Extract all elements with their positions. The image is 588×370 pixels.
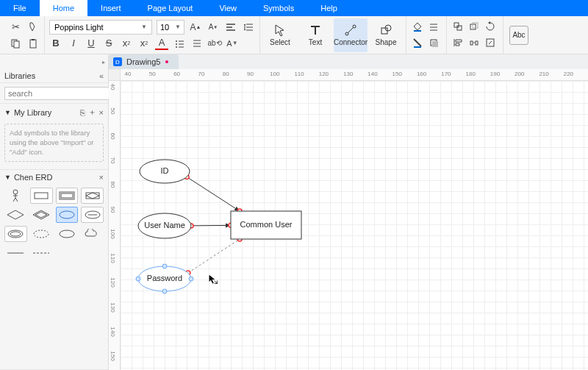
collapse-sidebar-icon[interactable]: « (99, 71, 104, 80)
document-tab-strip: ▸ D Drawing5 • (0, 54, 588, 69)
underline-icon[interactable]: U (85, 37, 98, 50)
stencil-key-attribute[interactable] (81, 207, 104, 223)
stencil-multi-attribute[interactable] (4, 226, 27, 242)
close-icon[interactable]: × (99, 108, 104, 117)
shadow-icon[interactable] (427, 36, 440, 49)
svg-rect-1 (14, 41, 19, 48)
line-color-icon[interactable] (411, 36, 424, 49)
bullets-icon[interactable] (173, 37, 186, 50)
tool-select[interactable]: Select (263, 18, 297, 52)
sidebar: Libraries « 🔍 ▼My Library ⎘ ＋ × Add symb… (0, 69, 109, 370)
italic-icon[interactable]: I (67, 37, 80, 50)
line-spacing-icon[interactable] (242, 21, 255, 34)
ruler-v-tick: 150 (110, 352, 116, 361)
stencil-weak-relationship[interactable] (30, 207, 53, 223)
menu-help[interactable]: Help (307, 0, 351, 16)
menu-symbols[interactable]: Symbols (250, 0, 307, 16)
stencil-cloud[interactable] (81, 226, 104, 242)
ruler-h-tick: 140 (368, 71, 377, 77)
group-icon[interactable] (451, 20, 465, 33)
stencil-relationship[interactable] (4, 207, 27, 223)
grow-font-icon[interactable]: A▲ (189, 21, 202, 34)
connector-password-commonuser[interactable] (188, 239, 240, 273)
line-style-icon[interactable] (427, 20, 440, 33)
node-username[interactable]: User Name (138, 213, 191, 238)
node-commonuser[interactable]: Common User (231, 211, 301, 239)
tool-text[interactable]: Text (298, 18, 332, 52)
copy-icon[interactable] (9, 37, 22, 50)
svg-point-37 (189, 277, 193, 281)
svg-point-30 (10, 232, 21, 236)
align-left-icon[interactable] (224, 21, 237, 34)
import-icon[interactable]: ⎘ (80, 108, 85, 117)
menu-file[interactable]: File (0, 0, 40, 16)
tool-label: Shape (376, 38, 397, 46)
size-icon[interactable] (484, 36, 497, 49)
svg-point-8 (353, 25, 356, 28)
change-case-icon[interactable]: A▼ (226, 37, 239, 50)
stencil-dash-line[interactable] (30, 245, 53, 261)
font-select[interactable]: Poppins Light ▼ (49, 20, 152, 35)
connector-username-commonuser[interactable] (191, 225, 231, 226)
fill-color-icon[interactable] (411, 20, 424, 33)
stencil-attribute[interactable] (56, 207, 79, 223)
library-title-mylib[interactable]: ▼My Library ⎘ ＋ × (0, 104, 108, 121)
chevron-down-icon: ▼ (175, 24, 181, 30)
ruler-h-tick: 150 (392, 71, 402, 77)
close-icon[interactable]: × (99, 173, 104, 182)
ruler-vertical: 405060708090100110120130140150160170 (109, 81, 121, 370)
superscript-icon[interactable]: x2 (137, 37, 151, 50)
svg-rect-19 (470, 41, 473, 45)
node-id[interactable]: ID (140, 160, 190, 183)
stencil-assoc-entity[interactable] (81, 188, 104, 204)
svg-point-31 (34, 230, 49, 238)
stencil-entity[interactable] (30, 188, 53, 204)
stencil-derived-attribute[interactable] (30, 226, 53, 242)
align-icon[interactable] (451, 36, 465, 49)
connector-id-commonuser[interactable] (187, 177, 240, 211)
font-size-select[interactable]: 10 ▼ (157, 20, 184, 35)
search-input[interactable] (4, 87, 113, 100)
format-painter-icon[interactable] (26, 21, 40, 34)
sidebar-search: 🔍 (0, 83, 108, 104)
menu-page-layout[interactable]: Page Layout (135, 0, 207, 16)
subscript-icon[interactable]: x2 (120, 37, 133, 50)
node-password[interactable]: Password (136, 264, 193, 293)
menu-insert[interactable]: Insert (87, 0, 135, 16)
align-h-icon[interactable] (190, 37, 204, 50)
theme-preview[interactable]: Abc (509, 26, 528, 45)
stencil-ellipse-plain[interactable] (56, 226, 79, 242)
menu-home[interactable]: Home (40, 0, 87, 16)
ruler-v-tick: 90 (110, 206, 116, 213)
shrink-font-icon[interactable]: A▼ (207, 21, 220, 34)
font-color-icon[interactable]: A (155, 37, 168, 50)
bring-front-icon[interactable] (467, 20, 481, 33)
paste-icon[interactable] (26, 37, 40, 50)
tool-shape[interactable]: Shape (369, 18, 403, 52)
strike-icon[interactable]: S (102, 37, 115, 50)
document-tab[interactable]: D Drawing5 • (109, 54, 179, 69)
stencil-line[interactable] (4, 245, 27, 261)
library-title-chen[interactable]: ▼Chen ERD × (0, 170, 108, 185)
stencil-weak-entity[interactable] (56, 188, 79, 204)
ruler-h-tick: 70 (198, 71, 204, 77)
sidebar-title: Libraries (4, 71, 35, 80)
chevron-right-icon[interactable]: ▸ (102, 59, 105, 65)
chevron-down-icon: ▼ (141, 24, 147, 30)
ruler-h-tick: 100 (270, 71, 279, 77)
cut-icon[interactable]: ✂ (9, 21, 22, 34)
bold-icon[interactable]: B (49, 37, 62, 50)
add-icon[interactable]: ＋ (88, 107, 96, 118)
library-section-mylib: ▼My Library ⎘ ＋ × Add symbols to the lib… (0, 104, 108, 170)
menu-view[interactable]: View (206, 0, 250, 16)
text-direction-icon[interactable]: ab⟲ (208, 37, 221, 50)
ruler-v-tick: 50 (110, 108, 116, 115)
distribute-icon[interactable] (467, 36, 481, 49)
tool-connector[interactable]: Connector (334, 18, 368, 52)
rotate-icon[interactable] (484, 20, 497, 33)
stencil-palette (0, 185, 108, 264)
canvas[interactable]: IDUser NamePasswordCommon User (121, 81, 588, 370)
stencil-actor[interactable] (4, 188, 27, 204)
svg-rect-20 (476, 41, 478, 45)
diagram-svg: IDUser NamePasswordCommon User (121, 81, 588, 370)
